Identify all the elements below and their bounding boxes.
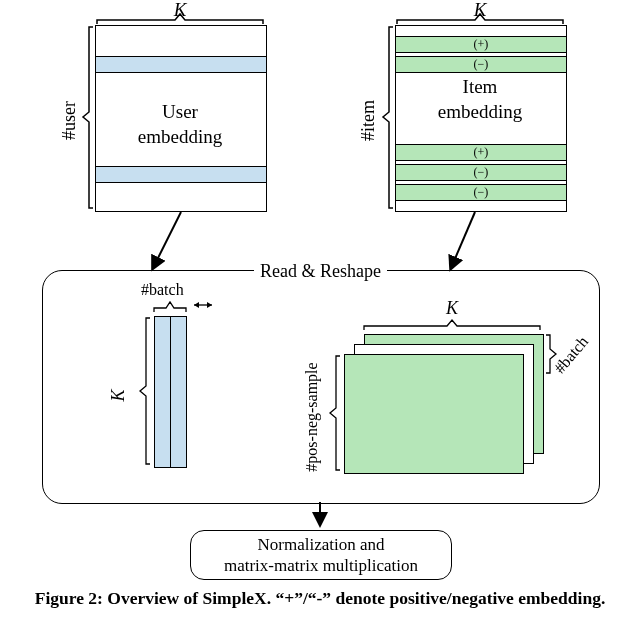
figure-caption: Figure 2: Overview of SimpleX. “+”/“-” d… bbox=[0, 588, 640, 609]
brace-k-user bbox=[95, 4, 265, 26]
pm: (−) bbox=[396, 57, 566, 72]
user-row bbox=[95, 166, 267, 183]
pm: (−) bbox=[396, 185, 566, 200]
svg-line-1 bbox=[451, 212, 475, 268]
svg-line-0 bbox=[153, 212, 181, 268]
pm: (+) bbox=[396, 37, 566, 52]
arrow-item bbox=[445, 212, 505, 272]
user-batch-slab bbox=[170, 316, 187, 468]
dblarrow-batch-user bbox=[191, 296, 215, 314]
arrow-user bbox=[175, 212, 235, 272]
read-reshape-label: Read & Reshape bbox=[254, 261, 387, 282]
brace-posneg bbox=[324, 354, 342, 472]
label-batch-user: #batch bbox=[141, 281, 184, 299]
normalization-box: Normalization and matrix-matrix multipli… bbox=[190, 530, 452, 580]
item-batch-card bbox=[344, 354, 524, 474]
brace-k-item bbox=[395, 4, 565, 26]
brace-k-uslab bbox=[134, 316, 152, 466]
item-row-neg: (−) bbox=[395, 184, 567, 201]
user-row bbox=[95, 56, 267, 73]
item-row-neg: (−) bbox=[395, 56, 567, 73]
label-k-item-stack: K bbox=[446, 298, 458, 319]
item-row-pos: (+) bbox=[395, 36, 567, 53]
pm: (+) bbox=[396, 145, 566, 160]
arrow-to-norm bbox=[308, 502, 332, 530]
label-nuser: #user bbox=[59, 101, 80, 140]
item-row-pos: (+) bbox=[395, 144, 567, 161]
label-k-uslab: K bbox=[108, 389, 129, 401]
user-embedding-matrix bbox=[95, 25, 267, 212]
figure-root: K K #user #item User embedding (+) (−) (… bbox=[0, 0, 640, 619]
label-nitem: #item bbox=[358, 100, 379, 141]
norm-line1: Normalization and bbox=[257, 535, 384, 554]
pm: (−) bbox=[396, 165, 566, 180]
label-posneg: #pos-neg-sample bbox=[303, 352, 321, 482]
item-row-neg: (−) bbox=[395, 164, 567, 181]
item-embedding-matrix: (+) (−) (+) (−) (−) bbox=[395, 25, 567, 212]
norm-line2: matrix-matrix multiplication bbox=[224, 556, 418, 575]
user-batch-slab bbox=[154, 316, 171, 468]
